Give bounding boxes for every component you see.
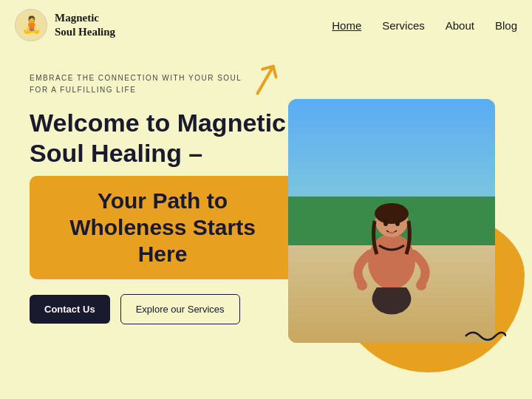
logo-area: 🧘 Magnetic Soul Healing (15, 9, 115, 41)
hero-right (273, 50, 525, 399)
svg-point-9 (395, 220, 400, 226)
nav-blog[interactable]: Blog (495, 19, 517, 32)
hero-image-container (288, 92, 510, 358)
svg-point-6 (357, 280, 367, 290)
hero-heading-highlight-box: Your Path to Wholeness Starts Here (30, 176, 296, 279)
nav-services[interactable]: Services (382, 19, 425, 32)
nav-about[interactable]: About (446, 19, 474, 32)
header: 🧘 Magnetic Soul Healing Home Services Ab… (0, 0, 532, 50)
hero-photo-frame (288, 99, 495, 343)
squiggle-decoration (462, 325, 506, 350)
hero-heading-main: Welcome to Magnetic Soul Healing – (30, 108, 296, 168)
svg-point-8 (383, 220, 388, 226)
logo-text: Magnetic Soul Healing (55, 11, 115, 40)
main-content: EMBRACE THE CONNECTION WITH YOUR SOUL FO… (0, 50, 532, 399)
contact-us-button[interactable]: Contact Us (30, 295, 110, 324)
hero-left: EMBRACE THE CONNECTION WITH YOUR SOUL FO… (30, 65, 296, 384)
svg-line-2 (273, 66, 276, 77)
woman-meditation-svg (336, 180, 447, 328)
svg-point-7 (416, 280, 426, 290)
logo-icon: 🧘 (15, 9, 47, 41)
hero-heading-highlight-text: Your Path to Wholeness Starts Here (43, 188, 282, 267)
hero-buttons: Contact Us Explore our Services (30, 294, 296, 324)
main-nav: Home Services About Blog (332, 19, 517, 32)
nav-home[interactable]: Home (332, 19, 361, 32)
svg-point-5 (375, 203, 409, 224)
explore-services-button[interactable]: Explore our Services (120, 294, 240, 324)
